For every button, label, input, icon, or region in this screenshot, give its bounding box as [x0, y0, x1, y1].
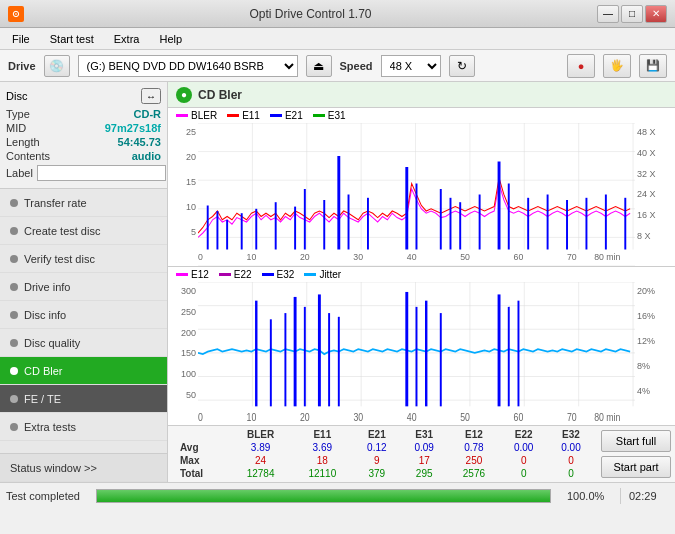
avg-e22: 0.00: [500, 441, 547, 454]
start-full-button[interactable]: Start full: [601, 430, 671, 452]
top-chart-container: BLER E11 E21 E31 25 20: [168, 108, 675, 267]
disc-type-label: Type: [6, 108, 30, 120]
menu-extra[interactable]: Extra: [106, 31, 148, 47]
status-window-button[interactable]: Status window >>: [0, 454, 167, 482]
toolbar-btn-2[interactable]: 🖐: [603, 54, 631, 78]
speed-select[interactable]: 48 X: [381, 55, 441, 77]
legend-e21: E21: [270, 110, 303, 121]
stats-header-e12: E12: [448, 428, 500, 441]
avg-e12: 0.78: [448, 441, 500, 454]
sidebar-item-cd-bler[interactable]: CD Bler: [0, 357, 167, 385]
sidebar-item-extra-tests[interactable]: Extra tests: [0, 413, 167, 441]
disc-contents-label: Contents: [6, 150, 50, 162]
sidebar-item-label: FE / TE: [24, 393, 61, 405]
legend-e11-label: E11: [242, 110, 260, 121]
eject-button[interactable]: ⏏: [306, 55, 332, 77]
avg-e31: 0.09: [401, 441, 448, 454]
avg-e21: 0.12: [353, 441, 400, 454]
sidebar-item-label: Drive info: [24, 281, 70, 293]
sidebar-item-create-test-disc[interactable]: Create test disc: [0, 217, 167, 245]
maximize-button[interactable]: □: [621, 5, 643, 23]
bottom-chart-legend: E12 E22 E32 Jitter: [168, 267, 675, 282]
legend-e31-color: [313, 114, 325, 117]
titlebar-controls: — □ ✕: [597, 5, 667, 23]
svg-text:30: 30: [353, 411, 363, 423]
toolbar-btn-save[interactable]: 💾: [639, 54, 667, 78]
disc-length-label: Length: [6, 136, 40, 148]
legend-e22: E22: [219, 269, 252, 280]
stats-header-e22: E22: [500, 428, 547, 441]
sidebar-item-fe-te[interactable]: FE / TE: [0, 385, 167, 413]
sidebar-item-disc-quality[interactable]: Disc quality: [0, 329, 167, 357]
svg-text:60: 60: [514, 252, 524, 263]
bottom-chart-area: 300 250 200 150 100 50: [168, 282, 675, 425]
legend-bler-color: [176, 114, 188, 117]
sidebar-item-verify-test-disc[interactable]: Verify test disc: [0, 245, 167, 273]
disc-refresh-button[interactable]: ↔: [141, 88, 161, 104]
legend-e31-label: E31: [328, 110, 346, 121]
stats-header-empty: [176, 428, 230, 441]
bottom-chart-container: E12 E22 E32 Jitter 300 250: [168, 267, 675, 425]
svg-text:0: 0: [198, 411, 203, 423]
progress-percent: 100.0%: [567, 490, 612, 502]
refresh-button[interactable]: ↻: [449, 55, 475, 77]
disc-contents-value: audio: [132, 150, 161, 162]
toolbar-btn-1[interactable]: ●: [567, 54, 595, 78]
svg-text:30: 30: [353, 252, 363, 263]
legend-e21-label: E21: [285, 110, 303, 121]
disc-label-input[interactable]: [37, 165, 166, 181]
drive-select[interactable]: (G:) BENQ DVD DD DW1640 BSRB: [78, 55, 298, 77]
sidebar-item-label: Disc quality: [24, 337, 80, 349]
sidebar-item-label: Create test disc: [24, 225, 100, 237]
max-e11: 18: [291, 454, 353, 467]
drive-label: Drive: [8, 60, 36, 72]
sidebar-item-disc-info[interactable]: Disc info: [0, 301, 167, 329]
stats-bar: BLER E11 E21 E31 E12 E22 E32 Jitter Avg …: [168, 425, 675, 482]
nav-dot: [10, 395, 18, 403]
legend-e32-label: E32: [277, 269, 295, 280]
chart-area: ● CD Bler BLER E11 E21: [168, 82, 675, 482]
legend-jitter: Jitter: [304, 269, 341, 280]
menu-start-test[interactable]: Start test: [42, 31, 102, 47]
svg-text:50: 50: [460, 411, 470, 423]
nav-dot: [10, 227, 18, 235]
sidebar-item-label: Verify test disc: [24, 253, 95, 265]
nav-dot: [10, 311, 18, 319]
status-time: 02:29: [629, 490, 669, 502]
total-e32: 0: [547, 467, 594, 480]
stats-row-avg: Avg 3.89 3.69 0.12 0.09 0.78 0.00 0.00 1…: [176, 441, 667, 454]
speed-label: Speed: [340, 60, 373, 72]
disc-mid-value: 97m27s18f: [105, 122, 161, 134]
sidebar-item-drive-info[interactable]: Drive info: [0, 273, 167, 301]
stats-header-e11: E11: [291, 428, 353, 441]
menu-help[interactable]: Help: [151, 31, 190, 47]
sidebar-item-transfer-rate[interactable]: Transfer rate: [0, 189, 167, 217]
max-e31: 17: [401, 454, 448, 467]
svg-text:20: 20: [300, 411, 310, 423]
minimize-button[interactable]: —: [597, 5, 619, 23]
status-divider: [620, 488, 621, 504]
legend-bler: BLER: [176, 110, 217, 121]
status-text: Test completed: [6, 490, 80, 502]
top-y-right-axis: 48 X 40 X 32 X 24 X 16 X 8 X: [635, 123, 675, 266]
disc-section-title: Disc: [6, 90, 27, 102]
menu-file[interactable]: File: [4, 31, 38, 47]
disc-panel: Disc ↔ Type CD-R MID 97m27s18f Length 54…: [0, 82, 167, 189]
total-e11: 12110: [291, 467, 353, 480]
start-part-button[interactable]: Start part: [601, 456, 671, 478]
chart-title: CD Bler: [198, 88, 242, 102]
chart-icon: ●: [176, 87, 192, 103]
close-button[interactable]: ✕: [645, 5, 667, 23]
legend-bler-label: BLER: [191, 110, 217, 121]
legend-e12: E12: [176, 269, 209, 280]
top-chart-plot: 0 10 20 30 40 50 60 70 80 min: [198, 123, 635, 266]
titlebar-title: Opti Drive Control 1.70: [24, 7, 597, 21]
menubar: File Start test Extra Help: [0, 28, 675, 50]
max-bler: 24: [230, 454, 292, 467]
svg-text:20: 20: [300, 252, 310, 263]
svg-text:40: 40: [407, 411, 417, 423]
drivebar: Drive 💿 (G:) BENQ DVD DD DW1640 BSRB ⏏ S…: [0, 50, 675, 82]
stats-row-total: Total 12784 12110 379 295 2576 0 0: [176, 467, 667, 480]
nav-dot: [10, 199, 18, 207]
top-chart-svg: 0 10 20 30 40 50 60 70 80 min: [198, 123, 635, 266]
